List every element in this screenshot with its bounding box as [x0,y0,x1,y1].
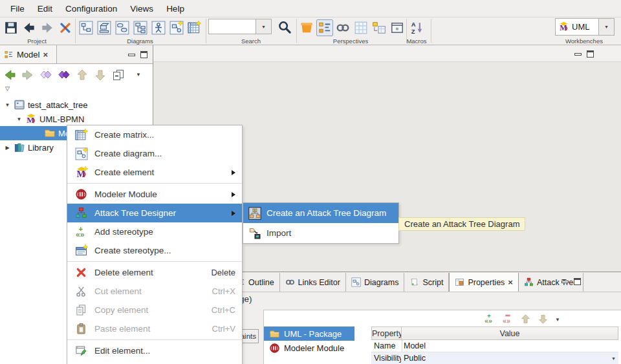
model-explorer-perspective-button[interactable] [298,19,315,36]
new-diagram-button[interactable] [168,19,185,36]
menu-item-delete-element[interactable]: Delete element Delete [67,263,242,282]
add-stereotype-button[interactable] [484,313,496,325]
submenu-arrow-icon [232,170,235,175]
view-menu-icon[interactable]: ▼ [136,72,141,78]
workbench-value: UML [572,22,589,32]
search-input[interactable] [208,19,260,34]
navigate-back-button[interactable] [3,67,17,83]
menu-views[interactable]: Views [124,1,160,16]
composite-diagram-button[interactable] [132,19,149,36]
cut-icon [74,285,88,298]
submenu-item-create-attack-tree-diagram[interactable]: Create an Attack Tree Diagram [243,203,398,223]
menu-help[interactable]: Help [160,1,191,16]
expander-open-icon[interactable]: ▼ [16,116,23,122]
menu-item-cut-element[interactable]: Cut element Ctrl+X [67,282,242,301]
tab-model[interactable]: Model × [0,45,57,63]
deployment-diagram-button[interactable] [96,19,113,36]
minimize-icon[interactable] [561,281,569,283]
move-up-button[interactable] [75,67,89,83]
submenu-item-import[interactable]: Import [243,223,398,243]
minimize-icon[interactable] [128,54,135,56]
menu-file[interactable]: File [4,1,31,16]
close-icon[interactable]: × [508,278,513,286]
tree-form-perspective-button[interactable] [371,19,387,36]
menu-item-create-stereotype[interactable]: Create stereotype... [67,241,242,260]
attack-tree-icon [524,277,534,287]
menu-item-add-stereotype[interactable]: Add stereotype [67,222,242,241]
add-stereotype-icon [74,226,88,239]
column-header-value: Value [401,327,618,340]
tab-diagrams[interactable]: Diagrams [346,273,405,292]
tab-script[interactable]: Script [404,273,449,292]
maximize-icon[interactable] [140,51,147,58]
property-value-cell[interactable]: Public [401,352,618,364]
tree-item-project[interactable]: ▼ test_attack_tree [0,98,153,112]
table-row: Name Model [371,340,618,352]
list-item-uml-package[interactable]: UML - Package [264,327,354,341]
move-up-button[interactable] [520,314,531,325]
tree-perspective-button[interactable] [316,19,333,36]
tab-links-editor[interactable]: Links Editor [280,273,346,292]
redo-button[interactable] [39,19,56,36]
workbench-selector[interactable]: UML ▼ [555,18,615,36]
grid-perspective-button[interactable] [353,19,369,36]
workbench-dropdown-button[interactable]: ▼ [598,19,614,35]
sort-az-macro-button[interactable] [409,19,426,36]
menu-item-edit-element[interactable]: Edit element... [67,341,242,360]
minimize-icon[interactable] [574,53,582,56]
links-perspective-button[interactable] [334,19,351,36]
close-icon[interactable]: × [43,50,48,59]
remove-stereotype-button[interactable] [502,313,514,325]
expander-closed-icon[interactable]: ▶ [4,145,11,151]
menu-item-label: Attack Tree Designer [94,208,176,218]
filter-dropdown-icon[interactable]: ▽ [5,85,10,92]
module-icon [269,343,280,354]
menu-separator [67,183,242,184]
menu-item-partial[interactable] [67,360,242,364]
view-menu-icon[interactable]: ▼ [555,317,560,323]
menu-item-create-diagram[interactable]: Create diagram... [67,144,242,163]
diagrams-icon [351,277,361,287]
collapse-all-button[interactable] [111,67,125,83]
usecase-diagram-button[interactable] [114,19,131,36]
new-matrix-button[interactable] [186,19,203,36]
window-perspective-button[interactable] [389,19,406,36]
property-name-cell: Visibility [371,352,402,364]
macros-group [409,19,426,36]
tooltip: Create an Attack Tree Diagram [398,217,525,231]
menu-item-paste-element[interactable]: Paste element Ctrl+V [67,319,242,338]
value-dropdown-icon[interactable]: ▼ [611,356,616,361]
property-value-cell[interactable]: Model [401,340,618,352]
configure-button[interactable] [57,19,74,36]
save-button[interactable] [3,19,19,36]
project-icon [14,99,25,111]
workbenches-group-label: Workbenches [549,37,620,45]
move-down-button[interactable] [538,314,549,325]
undo-button[interactable] [21,19,38,36]
menu-item-create-element[interactable]: Create element [67,163,242,182]
menu-item-modeler-module[interactable]: Modeler Module [67,185,242,204]
menu-configuration[interactable]: Configuration [59,1,124,16]
menu-edit[interactable]: Edit [31,1,59,16]
properties-content: ▼ UML - Package Modeler Module Property … [263,310,621,364]
actor-diagram-button[interactable] [150,19,167,36]
search-dropdown-button[interactable]: ▼ [256,19,272,34]
maximize-icon[interactable] [587,50,594,58]
tab-properties[interactable]: Properties × [449,273,519,292]
menu-item-copy-element[interactable]: Copy element Ctrl+C [67,301,242,319]
tree-item-uml-bpmn[interactable]: ▼ UML-BPMN [0,112,153,126]
attack-tree-diagram-icon [248,207,261,220]
move-down-button[interactable] [93,67,107,83]
list-item-modeler-module[interactable]: Modeler Module [264,341,354,355]
modelio-logo-icon [558,21,569,32]
selected-elements-button[interactable] [57,67,71,83]
expander-open-icon[interactable]: ▼ [4,102,11,108]
search-button[interactable] [276,19,293,36]
class-diagram-button[interactable] [78,19,94,36]
menu-item-create-matrix[interactable]: Create matrix... [67,125,242,144]
maximize-icon[interactable] [574,278,581,285]
navigate-forward-button[interactable] [21,67,35,83]
related-elements-button[interactable] [39,67,53,83]
menu-item-attack-tree-designer[interactable]: Attack Tree Designer [67,204,242,222]
tree-item-label: UML-BPMN [39,114,84,124]
